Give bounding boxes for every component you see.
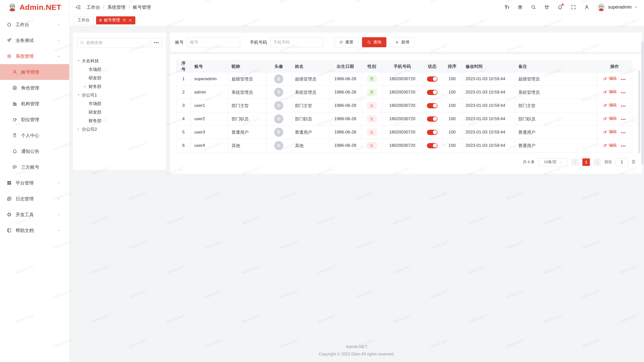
tab-label: 账号管理 — [104, 18, 120, 23]
cell-account: user4 — [191, 139, 228, 152]
more-actions-button[interactable]: ••• — [621, 77, 626, 81]
grid-icon — [7, 180, 12, 186]
notification-icon[interactable] — [557, 5, 563, 10]
add-label: 新增 — [401, 40, 409, 45]
mascot-logo-icon — [8, 3, 17, 12]
search-icon[interactable] — [531, 5, 536, 10]
refresh-icon[interactable] — [122, 18, 126, 22]
reset-button[interactable]: 重置 — [334, 37, 358, 47]
status-toggle[interactable] — [427, 116, 437, 122]
tree-node[interactable]: 财务部 — [77, 82, 162, 91]
tree-node[interactable]: 财务部 — [77, 116, 162, 125]
phone-input[interactable] — [270, 37, 324, 47]
sidebar-item-log-management[interactable]: 日志管理 — [0, 191, 69, 207]
edit-button[interactable]: 编辑 — [603, 76, 617, 81]
tab-workbench[interactable]: 工作台 — [73, 16, 94, 24]
edit-button[interactable]: 编辑 — [603, 116, 617, 121]
sidebar-item-label: 通知公告 — [21, 148, 64, 154]
cell-remark: 部门职员 — [515, 112, 597, 126]
add-button[interactable]: 新增 — [390, 37, 414, 47]
collapse-menu-icon[interactable] — [75, 5, 81, 10]
status-toggle[interactable] — [427, 103, 437, 108]
breadcrumb-item[interactable]: 工作台 — [87, 4, 100, 10]
font-size-icon[interactable]: TT — [505, 5, 509, 10]
prev-page-button[interactable] — [571, 158, 579, 166]
breadcrumb-item[interactable]: 账号管理 — [133, 4, 151, 10]
tree-node[interactable]: 大名科技 — [77, 57, 162, 65]
more-actions-button[interactable]: ••• — [621, 104, 626, 108]
sidebar-item-position-management[interactable]: 职位管理 — [0, 112, 69, 127]
mug-icon — [12, 117, 17, 122]
status-toggle[interactable] — [427, 76, 437, 82]
current-page-button[interactable]: 1 — [582, 158, 590, 166]
sidebar-item-business-test[interactable]: 业务测试 — [0, 32, 69, 48]
status-toggle[interactable] — [427, 90, 437, 95]
avatar: 系 — [274, 88, 283, 97]
query-label: 查询 — [373, 40, 381, 45]
sidebar-item-workbench[interactable]: 工作台 — [0, 17, 69, 32]
tree-node[interactable]: 分公司2 — [77, 125, 162, 133]
avatar: 超 — [274, 74, 283, 83]
tree-node[interactable]: 研发部 — [77, 108, 162, 116]
page-size-select[interactable]: 10条/页 — [538, 158, 568, 166]
status-toggle[interactable] — [427, 130, 437, 135]
language-icon[interactable] — [517, 5, 523, 10]
close-icon[interactable] — [128, 18, 132, 22]
tree-more-button[interactable]: ••• — [151, 38, 162, 48]
sidebar-item-help-docs[interactable]: 帮助文档 — [0, 222, 69, 238]
goto-page-input[interactable] — [616, 158, 628, 166]
sidebar-item-personal-center[interactable]: 个人中心 — [0, 127, 69, 143]
log-icon — [7, 196, 12, 201]
account-label: 账号 — [175, 39, 184, 45]
avatar: 其 — [274, 141, 283, 150]
page-scrollbar[interactable] — [641, 41, 643, 165]
sidebar-item-platform-management[interactable]: 平台管理 — [0, 175, 69, 191]
sidebar-item-third-party-account[interactable]: 三方账号 — [0, 159, 69, 175]
edit-button[interactable]: 编辑 — [603, 89, 617, 95]
page-unit-label: 页 — [632, 160, 635, 164]
status-toggle[interactable] — [427, 143, 437, 148]
sidebar-item-system-management[interactable]: 系统管理 — [0, 48, 69, 64]
sidebar-item-role-management[interactable]: 角色管理 — [0, 80, 69, 96]
breadcrumb-item[interactable]: 系统管理 — [107, 4, 126, 10]
sidebar-item-dev-tools[interactable]: 开发工具 — [0, 207, 69, 222]
more-actions-button[interactable]: ••• — [621, 90, 626, 95]
tree-node[interactable]: 研发部 — [77, 74, 162, 82]
more-actions-button[interactable]: ••• — [621, 130, 626, 135]
caret-down-icon[interactable] — [77, 59, 80, 62]
next-page-button[interactable] — [593, 158, 601, 166]
theme-icon[interactable] — [544, 5, 549, 10]
caret-right-icon[interactable] — [77, 128, 80, 131]
sidebar-item-account-management[interactable]: 账号管理 — [0, 64, 69, 80]
chevron-down-icon — [57, 229, 60, 232]
sidebar-item-org-management[interactable]: 机构管理 — [0, 96, 69, 112]
edit-button[interactable]: 编辑 — [603, 103, 617, 108]
table-scrollbar[interactable] — [638, 70, 640, 153]
edit-button[interactable]: 编辑 — [603, 129, 617, 134]
cell-sort: 100 — [442, 72, 462, 86]
caret-down-icon[interactable] — [77, 94, 80, 97]
cell-actions: 编辑••• — [597, 72, 632, 86]
chevron-down-icon — [559, 161, 562, 164]
tree-node[interactable]: 市场部 — [77, 99, 162, 108]
query-button[interactable]: 查询 — [362, 37, 386, 47]
profile-icon[interactable] — [584, 5, 589, 10]
fullscreen-icon[interactable] — [571, 5, 576, 10]
tree-node[interactable]: 市场部 — [77, 65, 162, 74]
more-actions-button[interactable]: ••• — [621, 117, 626, 121]
sidebar-item-label: 帮助文档 — [16, 228, 57, 234]
org-search-input[interactable] — [77, 38, 148, 48]
edit-button[interactable]: 编辑 — [603, 143, 617, 148]
tab-account-management[interactable]: 账号管理 — [96, 16, 135, 24]
cell-birthday: 1986-06-28 — [329, 139, 361, 152]
cell-phone: 18020030720 — [382, 139, 422, 152]
gender-badge: 女 — [367, 102, 377, 109]
user-menu[interactable]: superadmin — [597, 3, 637, 12]
caret-right-icon[interactable] — [84, 85, 87, 88]
account-input[interactable] — [187, 37, 240, 47]
more-actions-button[interactable]: ••• — [621, 144, 626, 148]
sidebar-item-notice[interactable]: 通知公告 — [0, 143, 69, 159]
tree-node[interactable]: 分公司1 — [77, 91, 162, 99]
total-count: 共 6 条 — [523, 160, 535, 164]
cell-remark: 部门主管 — [515, 99, 597, 112]
